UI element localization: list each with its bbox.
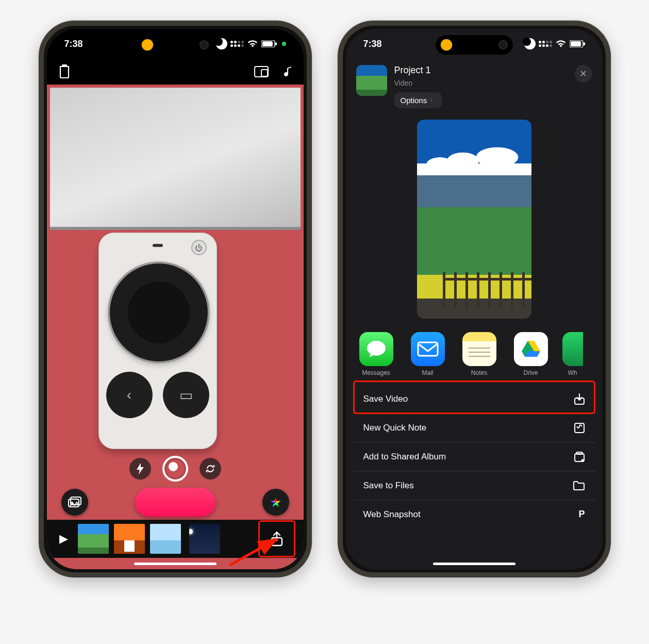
p-icon: P bbox=[578, 509, 585, 520]
action-label: Web Snapshot bbox=[363, 509, 421, 520]
phone-left: 7:38 bbox=[39, 21, 312, 577]
share-actions-list: Save Video New Quick Note Add to Shared … bbox=[353, 385, 595, 529]
annotation-arrow bbox=[227, 534, 289, 569]
front-camera-dot bbox=[199, 40, 209, 49]
svg-rect-5 bbox=[261, 70, 268, 76]
flash-toggle-icon[interactable] bbox=[129, 458, 151, 480]
play-button[interactable]: ▶ bbox=[55, 532, 73, 546]
action-web-snapshot[interactable]: Web Snapshot P bbox=[353, 500, 595, 529]
share-app-whatsapp[interactable]: Wh bbox=[562, 332, 583, 376]
phone-right: 7:38 Project 1 Video bbox=[338, 21, 611, 577]
wifi-icon bbox=[555, 40, 567, 48]
cellular-signal-icon bbox=[230, 41, 244, 47]
app-label: Mail bbox=[422, 369, 433, 376]
app-label: Messages bbox=[362, 369, 390, 376]
action-shared-album[interactable]: Add to Shared Album bbox=[353, 442, 595, 471]
library-button[interactable] bbox=[61, 489, 88, 516]
messages-icon bbox=[359, 332, 393, 366]
wifi-icon bbox=[247, 40, 258, 48]
aspect-ratio-icon[interactable] bbox=[254, 66, 269, 77]
projects-icon[interactable] bbox=[58, 64, 71, 79]
album-icon bbox=[574, 451, 585, 463]
action-quick-note[interactable]: New Quick Note bbox=[353, 413, 595, 442]
status-time: 7:38 bbox=[363, 39, 382, 49]
share-options-button[interactable]: Options 〉 bbox=[394, 92, 442, 108]
clip-thumbnail[interactable] bbox=[189, 524, 220, 554]
island-app-indicator bbox=[441, 39, 452, 51]
download-icon bbox=[574, 393, 585, 405]
options-label: Options bbox=[401, 96, 427, 105]
share-app-mail[interactable]: Mail bbox=[408, 332, 448, 376]
clip-thumbnail[interactable] bbox=[150, 524, 181, 554]
action-label: New Quick Note bbox=[363, 423, 427, 433]
video-preview bbox=[417, 120, 531, 319]
home-indicator[interactable] bbox=[433, 563, 515, 565]
dynamic-island bbox=[436, 35, 513, 55]
mail-icon bbox=[411, 332, 445, 366]
action-label: Save Video bbox=[363, 394, 408, 404]
home-indicator[interactable] bbox=[134, 563, 217, 565]
svg-rect-2 bbox=[275, 42, 277, 45]
music-icon[interactable] bbox=[284, 65, 292, 78]
focus-moon-icon bbox=[216, 38, 227, 49]
close-button[interactable]: ✕ bbox=[575, 65, 592, 82]
clip-thumbnail[interactable] bbox=[78, 524, 109, 554]
editor-toolbar bbox=[47, 59, 304, 85]
svg-rect-13 bbox=[584, 42, 585, 45]
action-save-files[interactable]: Save to Files bbox=[353, 471, 595, 500]
subject-appletv-remote: ‹▭ bbox=[98, 233, 217, 449]
effects-star-button[interactable]: ★ bbox=[262, 489, 289, 516]
camera-viewport: ‹▭ ★ bbox=[47, 85, 304, 569]
focus-moon-icon bbox=[524, 38, 536, 49]
drive-icon bbox=[514, 332, 548, 366]
svg-rect-1 bbox=[262, 41, 273, 46]
share-apps-row: Messages Mail Notes Drive Wh bbox=[346, 324, 603, 382]
star-icon: ★ bbox=[270, 494, 281, 510]
svg-rect-16 bbox=[575, 423, 584, 433]
app-label: Drive bbox=[523, 369, 538, 376]
note-icon bbox=[574, 422, 585, 434]
camera-active-dot bbox=[282, 42, 286, 46]
record-button[interactable] bbox=[135, 488, 215, 517]
project-title: Project 1 bbox=[394, 65, 568, 76]
clip-thumbnail[interactable] bbox=[114, 524, 145, 554]
battery-icon bbox=[261, 40, 277, 47]
share-sheet-header: Project 1 Video Options 〉 ✕ bbox=[346, 59, 603, 109]
chevron-right-icon: 〉 bbox=[430, 96, 436, 104]
close-icon: ✕ bbox=[579, 68, 587, 79]
action-label: Add to Shared Album bbox=[363, 452, 446, 462]
svg-rect-12 bbox=[571, 41, 581, 46]
status-time: 7:38 bbox=[64, 39, 83, 49]
share-app-notes[interactable]: Notes bbox=[459, 332, 500, 376]
app-label: Notes bbox=[471, 369, 487, 376]
front-camera-dot bbox=[498, 40, 508, 49]
svg-line-10 bbox=[230, 539, 276, 565]
whatsapp-icon bbox=[562, 332, 583, 366]
app-label: Wh bbox=[568, 369, 577, 376]
shutter-indicator[interactable] bbox=[162, 456, 188, 482]
notes-icon bbox=[462, 332, 496, 366]
subject-laptop bbox=[50, 88, 301, 230]
cellular-signal-icon bbox=[539, 41, 552, 47]
project-subtitle: Video bbox=[394, 79, 568, 87]
svg-rect-3 bbox=[62, 64, 67, 67]
flip-camera-icon[interactable] bbox=[199, 458, 221, 480]
share-app-messages[interactable]: Messages bbox=[356, 332, 396, 376]
svg-point-19 bbox=[581, 459, 584, 461]
svg-rect-14 bbox=[418, 342, 438, 356]
battery-icon bbox=[570, 40, 585, 47]
dynamic-island bbox=[137, 35, 214, 55]
action-save-video[interactable]: Save Video bbox=[353, 385, 595, 413]
folder-icon bbox=[573, 481, 585, 491]
action-label: Save to Files bbox=[363, 481, 414, 491]
island-app-indicator bbox=[142, 39, 153, 51]
project-thumbnail bbox=[356, 65, 387, 96]
share-app-drive[interactable]: Drive bbox=[511, 332, 551, 376]
